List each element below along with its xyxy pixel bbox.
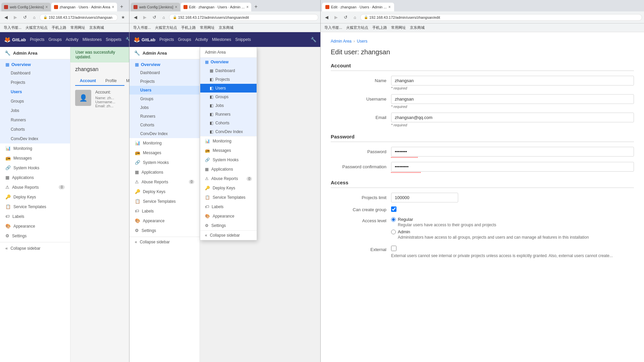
pane-a-collapse-sidebar[interactable]: « Collapse sidebar	[0, 242, 70, 254]
regular-radio[interactable]	[391, 217, 396, 222]
pane-a-item-service[interactable]: 📋 Service Templates	[0, 202, 70, 212]
nav-projects-a[interactable]: Projects	[30, 37, 44, 42]
nav-activity-b[interactable]: Activity	[195, 37, 208, 42]
ov-m-messages[interactable]: 📻Messages	[200, 146, 257, 155]
ov-m-deploy[interactable]: 🔑Deploy Keys	[200, 183, 257, 193]
admin-radio[interactable]	[391, 230, 396, 234]
pane-b-appearance[interactable]: 🎨Appearance	[129, 216, 200, 226]
pane-a-address-bar[interactable]: 🔒 192.168.43.172/admin/users/zhangsan	[40, 14, 118, 21]
pane-b-cohorts[interactable]: Cohorts	[129, 121, 200, 129]
bm-a-4[interactable]: 京东商城	[88, 25, 106, 31]
pane-a-tab-jenkins[interactable]: web Config [Jenkins] ×	[1, 3, 51, 11]
pane-a-item-users[interactable]: Users	[0, 87, 70, 97]
pane-a-forward[interactable]: ▶	[11, 13, 19, 21]
username-input[interactable]	[391, 94, 634, 104]
pane-a-item-abuse[interactable]: ⚠ Abuse Reports 0	[0, 182, 70, 192]
pane-b-dashboard[interactable]: Dashboard	[129, 68, 200, 77]
pane-c-forward[interactable]: ▶	[332, 13, 340, 21]
nav-snippets-b[interactable]: Snippets	[235, 37, 251, 42]
pane-b-monitoring[interactable]: 📊Monitoring	[129, 138, 200, 148]
pane-b-forward[interactable]: ▶	[141, 13, 149, 21]
bm-c-2[interactable]: 手机上路	[371, 25, 389, 31]
nav-snippets-a[interactable]: Snippets	[106, 37, 121, 42]
name-input[interactable]	[391, 76, 634, 85]
pane-a-item-runners[interactable]: Runners	[0, 115, 70, 125]
nav-tool-a[interactable]: 🔧	[125, 37, 129, 42]
ov-m-groups[interactable]: ◧Groups	[200, 93, 257, 101]
pane-b-groups[interactable]: Groups	[129, 95, 200, 103]
bm-b-0[interactable]: 导入书签...	[131, 25, 153, 31]
pane-b-tab-jenkins-close[interactable]: ×	[175, 5, 177, 9]
bm-c-3[interactable]: 常用网址	[389, 25, 408, 31]
pane-a-item-hooks[interactable]: 🔗 System Hooks	[0, 163, 70, 173]
pane-a-item-settings[interactable]: ⚙ Settings	[0, 231, 70, 241]
ov-m-monitoring[interactable]: 📊Monitoring	[200, 136, 257, 146]
pane-b-abuse[interactable]: ⚠Abuse Reports 0	[129, 177, 200, 187]
pane-c-back[interactable]: ◀	[323, 13, 331, 21]
pane-a-item-monitoring[interactable]: 📊 Monitoring	[0, 143, 70, 153]
pane-b-tab-edit-close[interactable]: ×	[246, 5, 249, 9]
pane-a-back[interactable]: ◀	[2, 13, 10, 21]
bm-a-0[interactable]: 导入书签...	[2, 25, 23, 31]
nav-groups-a[interactable]: Groups	[49, 37, 62, 42]
pane-b-tab-edit[interactable]: Edit · zhangsan · Users · Admin ... ×	[181, 3, 252, 11]
pane-b-back[interactable]: ◀	[131, 13, 140, 21]
pane-c-refresh[interactable]: ↺	[341, 13, 350, 21]
pane-a-item-convdev[interactable]: ConvDev Index	[0, 134, 70, 143]
ov-m-labels[interactable]: 🏷Labels	[200, 202, 257, 212]
email-input[interactable]	[391, 113, 634, 122]
ov-m-cohorts[interactable]: ◧Cohorts	[200, 119, 257, 127]
tab-profile[interactable]: Profile	[101, 76, 121, 85]
pane-a-item-appearance[interactable]: 🎨 Appearance	[0, 221, 70, 231]
password-confirm-input[interactable]	[391, 162, 634, 172]
pane-b-convdev[interactable]: ConvDev Index	[129, 129, 200, 138]
ov-m-collapse[interactable]: «Collapse sidebar	[200, 230, 257, 240]
bm-a-1[interactable]: 火狐官方站点	[24, 25, 49, 31]
pane-c-tab-edit[interactable]: Edit · zhangsan · Users · Admin ... ×	[322, 3, 394, 11]
pane-b-projects[interactable]: Projects	[129, 77, 200, 86]
nav-projects-b[interactable]: Projects	[159, 37, 174, 42]
pane-b-applications[interactable]: ▦Applications	[129, 167, 200, 177]
pane-a-fav[interactable]: ★	[119, 13, 127, 21]
pane-a-item-jobs[interactable]: Jobs	[0, 106, 70, 115]
pane-b-service[interactable]: 📋Service Templates	[129, 196, 200, 206]
ov-m-runners[interactable]: ◧Runners	[200, 110, 257, 119]
pane-c-tab-close[interactable]: ×	[388, 5, 391, 9]
bm-c-1[interactable]: 火狐官方站点	[344, 25, 370, 31]
bm-b-3[interactable]: 常用网址	[198, 25, 216, 31]
pane-b-users[interactable]: Users	[129, 86, 200, 95]
ov-m-settings[interactable]: ⚙Settings	[200, 221, 257, 230]
nav-groups-b[interactable]: Groups	[178, 37, 191, 42]
ov-m-jobs[interactable]: ◧Jobs	[200, 101, 257, 110]
tab-account[interactable]: Account	[75, 76, 101, 86]
bm-a-2[interactable]: 手机上路	[50, 25, 68, 31]
bm-c-4[interactable]: 京东商城	[408, 25, 426, 31]
pane-a-item-cohorts[interactable]: Cohorts	[0, 125, 70, 134]
pane-a-gitlab-logo[interactable]: 🦊 GitLab	[4, 37, 26, 43]
pane-b-home[interactable]: ⌂	[160, 13, 168, 21]
ov-m-apps[interactable]: ▦Applications	[200, 165, 257, 174]
password-input[interactable]	[391, 147, 634, 157]
pane-b-settings[interactable]: ⚙Settings	[129, 226, 200, 235]
bm-b-1[interactable]: 火狐官方站点	[153, 25, 179, 31]
pane-b-hooks[interactable]: 🔗System Hooks	[129, 158, 200, 167]
pane-b-new-tab[interactable]: +	[252, 3, 260, 11]
pane-a-tab-zhangsan[interactable]: zhangsan · Users · Admin Area ×	[51, 3, 117, 11]
ov-m-abuse[interactable]: ⚠Abuse Reports0	[200, 174, 257, 183]
pane-b-address-bar[interactable]: 🔒 192.168.43.172/admin/users/zhangsan/ed…	[169, 14, 318, 21]
pane-a-tab-zhangsan-close[interactable]: ×	[112, 5, 114, 9]
can-create-group-checkbox[interactable]	[391, 206, 396, 212]
pane-a-item-applications[interactable]: ▦ Applications	[0, 173, 70, 182]
bm-b-4[interactable]: 京东商城	[217, 25, 235, 31]
ov-m-hooks[interactable]: 🔗System Hooks	[200, 155, 257, 165]
nav-milestones-b[interactable]: Milestones	[212, 37, 231, 42]
bm-c-0[interactable]: 导入书签...	[323, 25, 344, 31]
pane-a-refresh[interactable]: ↺	[21, 13, 29, 21]
projects-limit-input[interactable]	[391, 193, 458, 202]
pane-b-tab-jenkins[interactable]: web Config [Jenkins] ×	[131, 3, 180, 11]
pane-a-item-labels[interactable]: 🏷 Labels	[0, 212, 70, 221]
pane-a-item-messages[interactable]: 📻 Messages	[0, 153, 70, 163]
pane-b-collapse[interactable]: «Collapse sidebar	[129, 237, 200, 247]
ov-m-projects[interactable]: ◧Projects	[200, 75, 257, 84]
pane-c-home[interactable]: ⌂	[351, 13, 359, 21]
